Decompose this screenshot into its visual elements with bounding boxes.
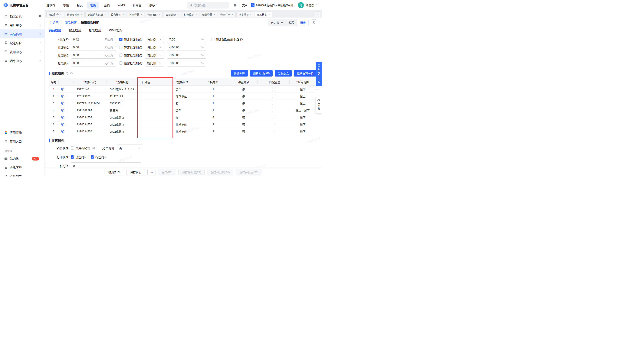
tab-self-coupon[interactable]: 自助购券× [46,12,64,17]
cell-scope[interactable]: 线下 [290,121,316,128]
markup-mode-select[interactable]: 按比例 [145,44,164,51]
cell-unit[interactable]: 箱 [172,100,197,107]
tabs-dropdown-button[interactable] [315,12,320,17]
close-icon[interactable]: × [214,13,215,16]
cell-code[interactable]: 13345345561 [73,128,106,135]
help-center-tab[interactable]: 帮助中心 [316,62,322,86]
cell-name[interactable]: 0802成分-3 [106,121,138,128]
add-row-icon[interactable] [61,87,64,91]
save-and-copy-button[interactable]: 保存并复制(F4) [207,169,234,175]
cell-scope[interactable]: 线上、线下 [290,107,316,114]
view-mode-standard[interactable]: 标准 [297,20,308,26]
label-print-checkbox-group[interactable]: 标签打印 [91,155,107,159]
cell-unit[interactable]: 公斤 [172,86,197,93]
close-icon[interactable]: × [250,13,252,16]
allow-adjust-select[interactable]: 否 [117,145,143,151]
info-icon[interactable] [66,72,68,75]
cell-weigh[interactable]: 是 [230,100,258,107]
cell-weigh[interactable]: 否 [230,114,258,121]
markup-percent-input[interactable]: 7.00 % [167,36,206,43]
sidebar-item-user-center[interactable]: 用户中心 [0,21,44,30]
cell-scope[interactable]: 线下 [290,128,316,135]
checkbox-unchecked[interactable] [272,123,275,126]
checkbox-unchecked[interactable] [272,130,275,133]
cell-unit[interactable]: 公斤 [172,107,197,114]
cell-unit[interactable]: 批发单位 [172,128,197,135]
cell-code[interactable]: 996775412312404 [73,100,106,107]
cell-points[interactable] [138,107,172,114]
cell-name[interactable]: 0802成分-2 [106,114,138,121]
cell-name[interactable]: 3333333 [106,100,138,107]
back-button[interactable]: 返回 [49,20,58,25]
view-mode-simple[interactable]: 精简 [286,20,297,26]
cell-rate[interactable]: 1 [197,107,230,114]
spec-option-group-button[interactable]: 规格选项分组 [294,70,316,77]
sidebar-collapse-icon[interactable] [38,14,42,18]
save-and-return-button[interactable]: 保存并返回(F5) [236,169,262,175]
tab-points-settings[interactable]: 积分设置× [200,12,218,17]
app-logo[interactable]: 乐檬零售后台 [4,3,44,7]
drag-handle-icon[interactable]: ⠿ [66,109,68,112]
sidebar-item-archive-home[interactable]: 档案首页 [0,12,44,21]
cell-scope[interactable]: 线下 [290,114,316,121]
tab-archive-home[interactable]: 档案首页× [236,12,254,17]
language-button[interactable]: 文A [241,2,248,8]
checkbox-unchecked[interactable] [119,61,122,65]
cell-points[interactable] [138,100,172,107]
more-actions-button[interactable]: ··· [147,169,156,175]
cell-code[interactable]: 1321882294 [73,107,106,114]
search-input[interactable]: 搜索功能 [187,2,229,9]
cell-points[interactable] [138,114,172,121]
save-and-new-button[interactable]: 保存并新增(F3) [178,169,205,175]
sidebar-item-message-center[interactable]: 消息中心 [0,56,44,65]
subtab-goods-archive[interactable]: 商品档案 [49,27,61,34]
cell-name[interactable]: 第三方 [106,107,138,114]
cell-scope[interactable]: 线下 [290,86,316,93]
close-icon[interactable]: × [159,13,160,16]
cancel-button[interactable]: 取消(F10) [104,169,124,175]
drag-handle-icon[interactable]: ⠿ [66,130,68,133]
add-row-icon[interactable] [61,116,64,119]
subtab-wholesale-archive[interactable]: 批发档案 [89,27,101,34]
checkbox-checked[interactable] [91,155,94,159]
cell-code[interactable]: 1334534555 [73,121,106,128]
cell-weigh[interactable]: 是 [230,93,258,100]
close-icon[interactable]: × [81,13,83,16]
nav-item-new-retail[interactable]: 新零售 [130,2,144,9]
close-icon[interactable]: × [104,13,106,16]
cell-scope[interactable]: 线上 [290,93,316,100]
checkbox-unchecked[interactable] [272,102,275,105]
close-icon[interactable]: × [268,13,270,16]
markup-percent-input[interactable]: -100.00 % [167,52,206,59]
wholesale-price2-input[interactable]: 0.00 元/公斤 [71,44,116,51]
customer-service-tab[interactable]: 客服 [316,96,322,113]
related-goods-button[interactable]: 关联商品 [275,70,292,77]
add-row-icon[interactable] [61,123,64,126]
cell-scope[interactable]: 线上 [290,100,316,107]
cell-code[interactable]: 13123140 [73,86,106,93]
cell-rate[interactable]: 1 [197,93,230,100]
checkbox-unchecked[interactable] [119,54,122,57]
nav-item-wms[interactable]: WMS [114,2,128,8]
checkbox-unchecked[interactable] [119,46,122,49]
sidebar-item-app-market[interactable]: 应用市场 [0,128,44,137]
drag-handle-icon[interactable]: ⠿ [66,123,68,126]
save-button[interactable]: 保存(F2) [158,169,176,175]
lock-markup-checkbox-group[interactable]: 锁定批发加点 [119,53,142,57]
checkbox-unchecked[interactable] [272,109,275,112]
cell-points[interactable] [138,121,172,128]
checkbox-unchecked[interactable] [71,146,74,150]
cell-unit[interactable]: 批发单位 [172,121,197,128]
cell-name[interactable]: 0802成 ¥ ¥1212123... [106,86,138,93]
cell-name[interactable]: 111123123 [106,93,138,100]
tab-member-mgmt[interactable]: 会员管理× [145,12,163,17]
nav-item-report[interactable]: 报表 [74,2,86,9]
cell-points[interactable] [138,93,172,100]
price-tag-print-checkbox-group[interactable]: 价签打印 [71,155,87,159]
checkbox-unchecked[interactable] [211,38,214,41]
close-icon[interactable]: × [140,13,142,16]
tab-member-level[interactable]: 会员等级× [164,12,181,17]
markup-mode-select[interactable]: 按比例 [145,60,164,67]
checkbox-unchecked[interactable] [272,88,275,91]
sidebar-item-delivery[interactable]: 配送聚合 [0,38,44,47]
